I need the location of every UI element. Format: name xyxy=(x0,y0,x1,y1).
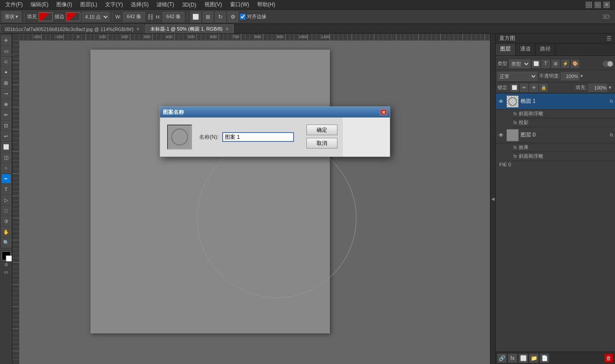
tool-3d[interactable]: ③ xyxy=(1,216,11,226)
menu-file[interactable]: 文件(F) xyxy=(2,0,26,9)
tool-gradient[interactable]: ◫ xyxy=(1,153,11,162)
layer-filter-select[interactable]: 类型 xyxy=(509,59,530,68)
menu-window[interactable]: 窗口(W) xyxy=(227,0,253,9)
background-color[interactable] xyxy=(6,255,12,262)
panel-header-menu-icon[interactable]: ☰ xyxy=(607,35,611,42)
tool-path-select[interactable]: ▷ xyxy=(1,195,11,205)
menu-help[interactable]: 帮助(H) xyxy=(254,0,279,9)
lock-image-icon[interactable]: ✏ xyxy=(520,84,528,92)
foreground-color[interactable] xyxy=(2,251,11,260)
pattern-name-input[interactable] xyxy=(222,132,294,142)
toolbar: 形状 ▾ 填充 描边 4.15 点 W: ⛓ H: ⬜ ⊞ ↻ ⚙ 对齐边缘 3… xyxy=(0,10,615,24)
canvas-content[interactable] xyxy=(20,41,490,364)
new-layer-btn[interactable]: 📄 xyxy=(540,354,549,363)
stroke-color-swatch[interactable] xyxy=(66,12,80,21)
layer-ellipse1-sub1[interactable]: fx 斜面和浮雕 xyxy=(512,110,615,118)
layer-ellipse1-sub2[interactable]: fx 投影 xyxy=(512,118,615,127)
menu-filter[interactable]: 滤镜(T) xyxy=(153,0,177,9)
align-edges-checkbox[interactable] xyxy=(240,14,246,20)
add-style-btn[interactable]: fx xyxy=(508,354,517,363)
tool-hand[interactable]: ✋ xyxy=(1,227,11,237)
settings-btn[interactable]: ⚙ xyxy=(227,12,238,22)
drop-shadow-icon: fx xyxy=(513,120,517,125)
fill-input[interactable] xyxy=(588,84,607,92)
tool-text[interactable]: T xyxy=(1,184,11,194)
new-group-btn[interactable]: 📁 xyxy=(529,354,538,363)
filter-icon-2[interactable]: T xyxy=(542,60,550,68)
layer-ellipse1-vis[interactable]: 👁 xyxy=(497,98,505,105)
menu-3d[interactable]: 3D(D) xyxy=(179,1,200,9)
quick-mask-btn[interactable]: ⊙ xyxy=(4,262,8,267)
layer-ellipse1[interactable]: 👁 椭圆 1 fx xyxy=(496,94,615,110)
layer-layer0[interactable]: 👁 图层 0 fx xyxy=(496,127,615,143)
tab-channels[interactable]: 通道 xyxy=(516,43,536,55)
stroke-size-select[interactable]: 4.15 点 xyxy=(82,12,110,22)
tool-brush[interactable]: ✏ xyxy=(1,110,11,120)
tab-file2[interactable]: 未标题-1 @ 50% (椭圆 1, RGB/8) ✕ xyxy=(145,24,234,33)
tool-lasso[interactable]: ⊂ xyxy=(1,57,11,67)
tab-layers[interactable]: 图层 xyxy=(496,43,516,55)
opacity-input[interactable] xyxy=(561,72,580,80)
tool-move[interactable]: ✛ xyxy=(1,35,11,45)
lock-transparent-icon[interactable]: ⬜ xyxy=(510,84,518,92)
tool-crop[interactable]: ⊞ xyxy=(1,78,11,88)
transform-btn[interactable]: ↻ xyxy=(215,12,226,22)
delete-layer-btn[interactable]: 🗑 xyxy=(604,354,613,363)
opacity-arrow[interactable]: ▾ xyxy=(580,73,583,79)
height-input[interactable] xyxy=(162,12,184,22)
layer-layer0-sub2[interactable]: fx 斜面和浮雕 xyxy=(512,152,615,161)
width-input[interactable] xyxy=(123,12,145,22)
tab-file1[interactable]: 001b1cc7af7a905216b81626c3c8acf.jpg @ 11… xyxy=(0,24,145,33)
tool-history-brush[interactable]: ↩ xyxy=(1,131,11,141)
tab-paths[interactable]: 路径 xyxy=(536,43,556,55)
link-icon[interactable]: ⛓ xyxy=(147,13,154,20)
filter-icon-5[interactable]: 🎨 xyxy=(571,60,579,68)
lock-position-icon[interactable]: ✛ xyxy=(530,84,538,92)
dialog-close-button[interactable]: ✕ xyxy=(380,109,387,115)
align-btn[interactable]: ⊞ xyxy=(203,12,213,22)
screen-mode-btn[interactable]: ▭ xyxy=(4,270,8,274)
tab-file1-close[interactable]: ✕ xyxy=(136,27,140,31)
right-panel: 直方图 ☰ 图层 通道 路径 类型 类型 ⬜ T xyxy=(495,34,615,364)
tool-shape[interactable]: □ xyxy=(1,206,11,215)
tool-eraser[interactable]: ⬜ xyxy=(1,142,11,152)
dialog-cancel-button[interactable]: 取消 xyxy=(306,138,337,149)
window-maximize-btn[interactable]: □ xyxy=(595,2,601,8)
fill-color-swatch[interactable] xyxy=(39,12,53,21)
path-ops-btn[interactable]: ⬜ xyxy=(190,12,201,22)
fill-arrow[interactable]: ▾ xyxy=(609,85,611,90)
tool-spot-heal[interactable]: ⊕ xyxy=(1,99,11,109)
dialog-ok-button[interactable]: 确定 xyxy=(306,125,337,135)
tool-magic-wand[interactable]: ✦ xyxy=(1,67,11,77)
window-close-btn[interactable]: ✕ xyxy=(603,2,610,8)
tool-pen[interactable]: ✒ xyxy=(1,174,11,184)
document-canvas[interactable] xyxy=(90,50,330,333)
tool-zoom[interactable]: 🔍 xyxy=(1,238,11,247)
filter-icon-3[interactable]: ⊞ xyxy=(552,60,560,68)
link-layers-btn[interactable]: 🔗 xyxy=(497,354,506,363)
panel-collapse-handle[interactable]: ◀ xyxy=(490,34,495,364)
menu-text[interactable]: 文字(Y) xyxy=(102,0,126,9)
menu-edit[interactable]: 编辑(E) xyxy=(27,0,52,9)
menu-view[interactable]: 视图(V) xyxy=(201,0,226,9)
tool-clone[interactable]: ⊡ xyxy=(1,121,11,130)
add-mask-btn[interactable]: ⬜ xyxy=(519,354,528,363)
layer-layer0-sub1[interactable]: fx 效果 xyxy=(512,143,615,152)
blend-mode-select[interactable]: 正常 xyxy=(497,72,537,81)
tool-select-rect[interactable]: ▭ xyxy=(1,46,11,56)
filter-icon-4[interactable]: ⚡ xyxy=(561,60,569,68)
align-edges-label[interactable]: 对齐边缘 xyxy=(240,13,266,20)
layer-layer0-vis[interactable]: 👁 xyxy=(497,132,505,139)
menu-image[interactable]: 图像(I) xyxy=(53,0,75,9)
window-minimize-btn[interactable]: － xyxy=(586,2,592,8)
filter-icon-1[interactable]: ⬜ xyxy=(532,60,540,68)
menu-layer[interactable]: 图层(L) xyxy=(77,0,101,9)
filter-toggle[interactable] xyxy=(603,61,613,67)
lock-all-icon[interactable]: 🔒 xyxy=(540,84,548,92)
toolbar-mode-btn[interactable]: 形状 ▾ xyxy=(2,12,21,22)
menu-select[interactable]: 选择(S) xyxy=(127,0,152,9)
tab-file2-close[interactable]: ✕ xyxy=(225,27,229,31)
tool-dodge[interactable]: ○ xyxy=(1,163,11,173)
tool-eyedropper[interactable]: ⊸ xyxy=(1,89,11,98)
fill-row: 填充: ▾ xyxy=(574,84,613,92)
